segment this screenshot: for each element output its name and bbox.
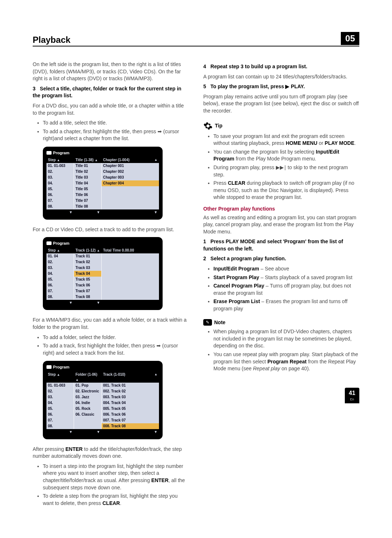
section-title: Playback — [33, 35, 70, 46]
tip-heading: Tip — [203, 121, 359, 131]
step-4-body: A program list can contain up to 24 titl… — [203, 73, 359, 81]
step-1-heading: 1Press PLAY MODE and select 'Program' fr… — [203, 238, 359, 252]
tip-item: Press CLEAR during playback to switch of… — [213, 180, 359, 201]
bullet: To add a folder, select the folder. — [43, 334, 189, 341]
step-5-heading: 5To play the program list, press ▶ PLAY. — [203, 83, 359, 90]
bullet: To add a title, select the title. — [43, 119, 189, 127]
body-text: As well as creating and editing a progra… — [203, 214, 359, 236]
chapter-number: 05 — [341, 32, 359, 45]
subsection-heading: Other Program play functions — [203, 205, 359, 213]
page-header: Playback 05 — [33, 33, 359, 46]
bullet: To add a chapter, first highlight the ti… — [43, 128, 189, 142]
option-item: Erase Program List – Erases the program … — [213, 298, 359, 312]
bullet: To insert a step into the program list, … — [43, 463, 189, 491]
note-heading: ✎ Note — [203, 319, 359, 326]
right-column: 4Repeat step 3 to build up a program lis… — [203, 61, 359, 511]
step-3-heading: 3Select a title, chapter, folder or trac… — [33, 85, 189, 99]
step-4-heading: 4Repeat step 3 to build up a program lis… — [203, 63, 359, 70]
left-column: On the left side is the program list, th… — [33, 61, 189, 511]
tip-item: You can change the program list by selec… — [213, 148, 359, 163]
svg-rect-2 — [46, 365, 52, 369]
option-item: Cancel Program Play – Turns off program … — [213, 282, 359, 297]
pencil-icon: ✎ — [203, 319, 212, 326]
svg-rect-1 — [46, 241, 52, 245]
option-item: Start Program Play – Starts playback of … — [213, 274, 359, 281]
body-text: After pressing ENTER to add the title/ch… — [33, 446, 189, 460]
bullet: To add a track, first highlight the fold… — [43, 342, 189, 356]
program-screen-cd: Program Step ▲Track (1-12) ▲Total Time 0… — [43, 237, 163, 310]
gear-icon — [203, 121, 213, 131]
body-text: For a WMA/MP3 disc, you can add a whole … — [33, 317, 189, 331]
step-3-body: For a DVD disc, you can add a whole titl… — [33, 102, 189, 117]
page-number-badge: 41 En — [345, 388, 359, 403]
tip-item: During program play, press ▶▶∣ to skip t… — [213, 164, 359, 178]
intro-text: On the left side is the program list, th… — [33, 61, 189, 82]
step-2-heading: 2Select a program play function. — [203, 255, 359, 262]
step-5-body: Program play remains active until you tu… — [203, 93, 359, 115]
note-item: When playing a program list of DVD-Video… — [213, 328, 359, 350]
note-item: You can use repeat play with program pla… — [213, 351, 359, 372]
svg-rect-0 — [46, 151, 52, 155]
program-screen-dvd: Program Step ▲Title (1-38) ▲Chapter (1-0… — [43, 147, 163, 220]
bullet: To delete a step from the program list, … — [43, 493, 189, 507]
tip-item: To save your program list and exit the p… — [213, 133, 359, 147]
option-item: Input/Edit Program – See above — [213, 265, 359, 273]
body-text: For a CD or Video CD, select a track to … — [33, 226, 189, 233]
program-screen-mp3: Program Step ▲Folder (1-06) ▲Track (1-01… — [43, 361, 163, 439]
